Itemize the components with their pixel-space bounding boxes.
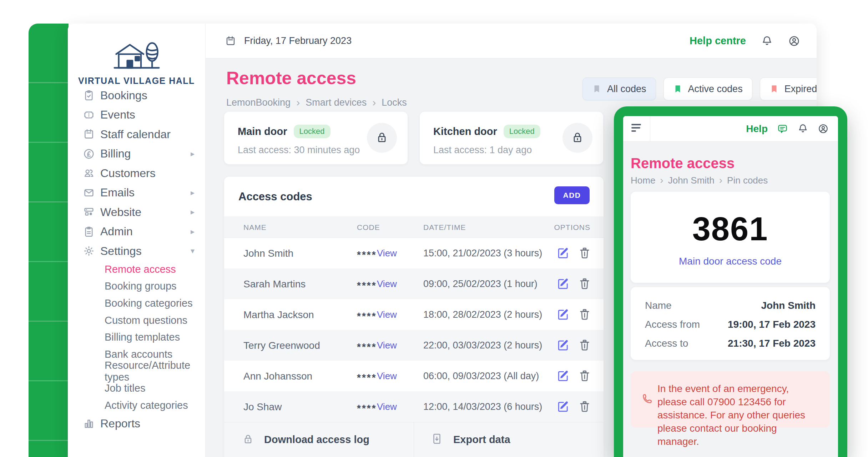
row-datetime: 18:00, 28/02/2023 (2 hours) bbox=[423, 309, 542, 320]
edit-icon[interactable] bbox=[557, 277, 570, 290]
sidebar-item[interactable]: Emails ▸ bbox=[68, 183, 205, 203]
filter-chip[interactable]: Active codes bbox=[663, 77, 752, 100]
help-centre-link[interactable]: Help centre bbox=[690, 35, 746, 47]
mail-icon bbox=[83, 187, 95, 199]
settings-submenu-item[interactable]: Booking categories bbox=[68, 295, 205, 312]
settings-submenu-item[interactable]: Remote access bbox=[68, 261, 205, 278]
sidebar-item-reports[interactable]: Reports bbox=[68, 414, 205, 433]
sidebar-item[interactable]: Staff calendar bbox=[68, 125, 205, 144]
settings-submenu-item[interactable]: Activity categories bbox=[68, 397, 205, 414]
edit-icon[interactable] bbox=[557, 370, 570, 382]
breadcrumb-link[interactable]: LemonBooking bbox=[226, 97, 291, 108]
code-filters: All codes Active codes Expired codes bbox=[582, 77, 817, 100]
breadcrumb-link[interactable]: Pin codes bbox=[727, 175, 768, 186]
background-accent-strip bbox=[29, 24, 69, 457]
mobile-header-actions: Help bbox=[746, 123, 838, 135]
trash-icon[interactable] bbox=[578, 339, 591, 352]
chevron-right-icon: › bbox=[719, 175, 722, 186]
settings-submenu-item[interactable]: Custom questions bbox=[68, 312, 205, 329]
sidebar-item[interactable]: Bookings bbox=[68, 86, 205, 105]
phone-icon bbox=[640, 393, 653, 406]
filter-chip-label: All codes bbox=[607, 84, 646, 95]
view-code-link[interactable]: View bbox=[377, 401, 397, 412]
pin-code-label-link[interactable]: Main door access code bbox=[631, 256, 830, 267]
bell-icon[interactable] bbox=[797, 123, 808, 134]
edit-icon[interactable] bbox=[557, 339, 570, 352]
access-codes-title: Access codes bbox=[238, 190, 312, 203]
sidebar-item-label: Bookings bbox=[100, 89, 147, 102]
lock-icon bbox=[571, 130, 584, 145]
chevron-right-icon: › bbox=[372, 96, 376, 109]
view-code-link[interactable]: View bbox=[377, 340, 397, 351]
user-avatar-icon[interactable] bbox=[818, 123, 829, 134]
trash-icon[interactable] bbox=[578, 247, 591, 260]
breadcrumb-link[interactable]: John Smith bbox=[668, 175, 715, 186]
gear-icon bbox=[83, 245, 95, 257]
export-data-button[interactable]: Export data bbox=[414, 422, 604, 457]
settings-submenu-item[interactable]: Booking groups bbox=[68, 278, 205, 295]
sidebar-item[interactable]: Events bbox=[68, 105, 205, 125]
breadcrumb-link[interactable]: Home bbox=[631, 175, 655, 186]
mobile-screen: Help Remote access › Home › John Smith ›… bbox=[623, 116, 838, 457]
chart-bars-icon bbox=[83, 417, 95, 430]
sidebar-item[interactable]: Customers bbox=[68, 164, 205, 183]
row-name: Jo Shaw bbox=[243, 401, 282, 413]
sidebar-item[interactable]: Settings ▾ bbox=[68, 241, 205, 261]
view-code-link[interactable]: View bbox=[377, 248, 397, 259]
lock-icon bbox=[242, 433, 254, 445]
row-datetime: 15:00, 21/02/2023 (3 hours) bbox=[423, 248, 542, 259]
download-access-log-button[interactable]: Download access log bbox=[224, 422, 414, 457]
breadcrumb-link[interactable]: Locks bbox=[382, 97, 407, 108]
trash-icon[interactable] bbox=[578, 308, 591, 321]
table-header: NAME CODE DATE/TIME OPTIONS bbox=[224, 216, 604, 238]
export-data-label: Export data bbox=[453, 434, 510, 446]
view-code-link[interactable]: View bbox=[377, 278, 397, 290]
edit-icon[interactable] bbox=[557, 308, 570, 321]
detail-row: Access from 19:00, 17 Feb 2023 bbox=[645, 315, 816, 334]
view-code-link[interactable]: View bbox=[377, 371, 397, 382]
sidebar-item[interactable]: Admin ▸ bbox=[68, 222, 205, 242]
lock-toggle-button[interactable] bbox=[367, 123, 397, 153]
settings-submenu-item[interactable]: Resource/Attribute types bbox=[68, 363, 205, 380]
users-icon bbox=[83, 167, 95, 179]
mobile-body: Remote access › Home › John Smith › Pin … bbox=[623, 142, 838, 457]
settings-submenu-item[interactable]: Billing templates bbox=[68, 329, 205, 346]
sidebar-item-label: Events bbox=[100, 108, 135, 121]
sidebar-item[interactable]: Billing ▸ bbox=[68, 144, 205, 164]
sidebar-item-label: Billing bbox=[100, 147, 131, 160]
trash-icon[interactable] bbox=[578, 277, 591, 290]
trash-icon[interactable] bbox=[578, 370, 591, 382]
bell-icon[interactable] bbox=[761, 35, 773, 47]
lock-toggle-button[interactable] bbox=[562, 123, 592, 153]
door-status-badge: Locked bbox=[504, 125, 540, 138]
chat-icon[interactable] bbox=[777, 123, 788, 134]
row-name: Martha Jackson bbox=[243, 309, 314, 321]
access-code-row: Jo Shaw **** View 12:00, 14/03/2023 (6 h… bbox=[224, 391, 604, 422]
user-avatar-icon[interactable] bbox=[788, 35, 800, 47]
menu-icon[interactable] bbox=[623, 116, 650, 142]
door-name: Main door bbox=[238, 126, 287, 137]
edit-icon[interactable] bbox=[557, 400, 570, 413]
pound-circle-icon bbox=[83, 148, 95, 160]
breadcrumb-link[interactable]: Smart devices bbox=[306, 97, 367, 108]
add-code-button[interactable]: ADD bbox=[554, 186, 590, 204]
sidebar-item[interactable]: Website ▸ bbox=[68, 202, 205, 222]
access-code-row: John Smith **** View 15:00, 21/02/2023 (… bbox=[224, 238, 604, 268]
access-code-row: Ann Johansson **** View 06:00, 09/03/202… bbox=[224, 361, 604, 391]
page-title: Remote access bbox=[226, 68, 356, 89]
breadcrumb: › LemonBooking › Smart devices › Locks bbox=[226, 96, 407, 109]
detail-value: 21:30, 17 Feb 2023 bbox=[728, 338, 816, 349]
row-datetime: 09:00, 25/02/2023 (1 hour) bbox=[423, 278, 538, 290]
trash-icon[interactable] bbox=[578, 400, 591, 413]
filter-chip[interactable]: Expired codes bbox=[760, 77, 817, 100]
submenu-item-label: Booking categories bbox=[105, 297, 193, 309]
view-code-link[interactable]: View bbox=[377, 309, 397, 320]
mobile-help-link[interactable]: Help bbox=[746, 123, 768, 135]
filter-chip-label: Expired codes bbox=[784, 84, 817, 95]
chevron-icon: ▸ bbox=[191, 149, 195, 159]
current-date: Friday, 17 February 2023 bbox=[244, 35, 352, 46]
filter-chip[interactable]: All codes bbox=[582, 77, 656, 100]
edit-icon[interactable] bbox=[557, 247, 570, 260]
masked-code: **** bbox=[357, 403, 377, 414]
pin-code-value: 3861 bbox=[631, 210, 830, 248]
